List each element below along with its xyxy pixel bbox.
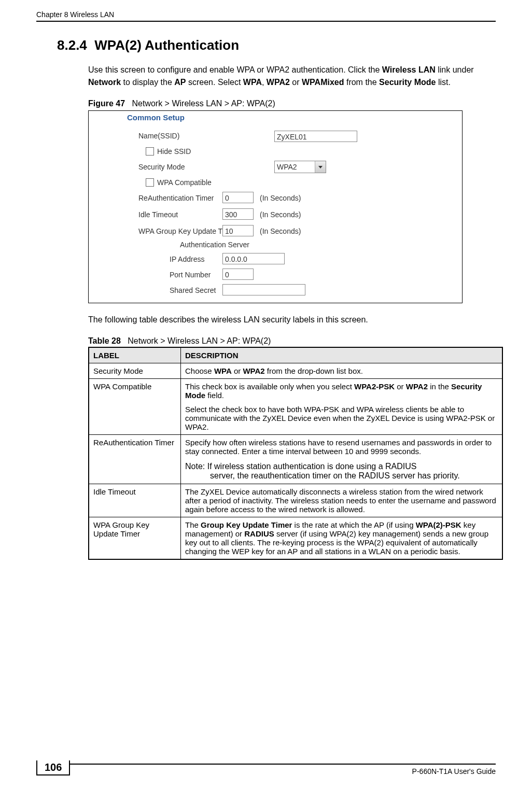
cell-label: Idle Timeout <box>89 484 181 517</box>
transition-text: The following table describes the wirele… <box>88 314 496 326</box>
cell-desc: Choose WPA or WPA2 from the drop-down li… <box>181 363 503 379</box>
label-wpa-group-key: WPA Group Key Update Timer <box>138 227 236 235</box>
input-ssid[interactable]: ZyXEL01 <box>274 131 357 142</box>
label-hide-ssid: Hide SSID <box>157 147 191 156</box>
col-header-label: LABEL <box>89 347 181 363</box>
label-idle-timeout: Idle Timeout <box>138 210 178 219</box>
input-shared-secret[interactable] <box>222 284 305 295</box>
intro-paragraph: Use this screen to configure and enable … <box>88 64 496 89</box>
table-caption: Table 28 Network > Wireless LAN > AP: WP… <box>88 336 496 346</box>
unit-idle: (In Seconds) <box>260 210 301 219</box>
label-port-number: Port Number <box>170 271 211 279</box>
table-row: ReAuthentication Timer Specify how often… <box>89 435 502 484</box>
label-security-mode: Security Mode <box>138 163 185 171</box>
checkbox-wpa-compatible[interactable] <box>146 178 154 187</box>
footer-guide: P-660N-T1A User's Guide <box>412 767 496 775</box>
table-row: Idle Timeout The ZyXEL Device automatica… <box>89 484 502 517</box>
input-reauth-timer[interactable]: 0 <box>222 192 254 203</box>
col-header-description: DESCRIPTION <box>181 347 503 363</box>
label-name-ssid: Name(SSID) <box>138 132 179 140</box>
section-title: WPA(2) Authentication <box>94 37 239 53</box>
running-header: Chapter 8 Wireless LAN <box>36 10 496 22</box>
cell-desc: The ZyXEL Device automatically disconnec… <box>181 484 503 517</box>
panel-title: Common Setup <box>127 113 185 122</box>
figure-caption-label: Figure 47 <box>88 99 125 108</box>
cell-desc: The Group Key Update Timer is the rate a… <box>181 517 503 560</box>
cell-label: Security Mode <box>89 363 181 379</box>
table-caption-text: Network > Wireless LAN > AP: WPA(2) <box>128 336 271 345</box>
input-ip-address[interactable]: 0.0.0.0 <box>222 253 285 264</box>
page-number: 106 <box>36 760 70 775</box>
cell-label: ReAuthentication Timer <box>89 435 181 484</box>
label-wpa-compatible: WPA Compatible <box>157 178 212 187</box>
cell-desc: Specify how often wireless stations have… <box>181 435 503 484</box>
description-table: LABEL DESCRIPTION Security Mode Choose W… <box>88 347 503 560</box>
cell-label: WPA Group Key Update Timer <box>89 517 181 560</box>
label-auth-server: Authentication Server <box>180 241 249 249</box>
table-row: WPA Group Key Update Timer The Group Key… <box>89 517 502 560</box>
label-reauth-timer: ReAuthentication Timer <box>138 194 214 202</box>
table-row: WPA Compatible This check box is availab… <box>89 379 502 435</box>
label-shared-secret: Shared Secret <box>170 286 216 294</box>
page: Chapter 8 Wireless LAN 8.2.4 WPA(2) Auth… <box>0 0 532 570</box>
screenshot-figure: Common Setup Name(SSID) ZyXEL01 Hide SSI… <box>88 110 463 303</box>
chevron-down-icon <box>318 166 323 168</box>
input-wpa-group-key[interactable]: 10 <box>222 225 254 236</box>
select-security-mode[interactable]: WPA2 <box>274 161 326 173</box>
table-header-row: LABEL DESCRIPTION <box>89 347 502 363</box>
table-caption-label: Table 28 <box>88 336 121 345</box>
table-row: Security Mode Choose WPA or WPA2 from th… <box>89 363 502 379</box>
unit-reauth: (In Seconds) <box>260 194 301 202</box>
running-footer: 106 P-660N-T1A User's Guide <box>36 764 496 775</box>
cell-label: WPA Compatible <box>89 379 181 435</box>
input-port-number[interactable]: 0 <box>222 269 254 280</box>
chapter-title: Chapter 8 Wireless LAN <box>36 10 114 19</box>
unit-group-key: (In Seconds) <box>260 227 301 235</box>
section-heading: 8.2.4 WPA(2) Authentication <box>57 37 496 53</box>
input-idle-timeout[interactable]: 300 <box>222 208 254 220</box>
figure-caption-text: Network > Wireless LAN > AP: WPA(2) <box>132 99 275 108</box>
checkbox-hide-ssid[interactable] <box>146 147 154 156</box>
section-number: 8.2.4 <box>57 37 87 53</box>
note-block: Note: If wireless station authentication… <box>185 462 498 481</box>
label-ip-address: IP Address <box>170 255 204 263</box>
cell-desc: This check box is available only when yo… <box>181 379 503 435</box>
figure-caption: Figure 47 Network > Wireless LAN > AP: W… <box>88 99 496 108</box>
